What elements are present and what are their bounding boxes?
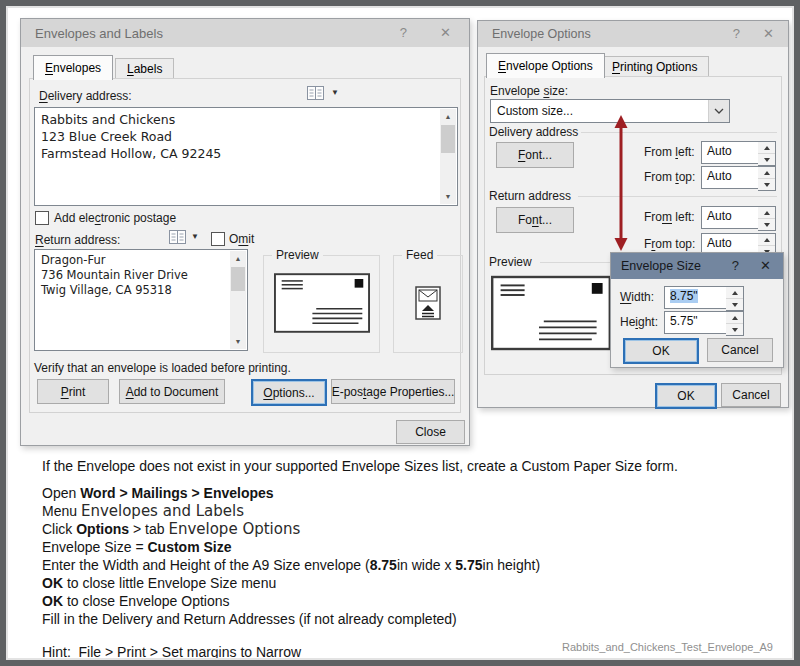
delivery-from-left-label: From left:	[644, 145, 695, 159]
help-icon[interactable]: ?	[732, 258, 739, 273]
instruction-line: Menu Envelopes and Labels	[42, 502, 766, 520]
return-scrollbar[interactable]: ▲ ▼	[230, 251, 246, 349]
spin-down-button[interactable]	[758, 219, 775, 230]
spin-down-button[interactable]	[758, 154, 775, 165]
height-spinner	[726, 311, 744, 336]
delivery-from-top-field[interactable]: Auto	[701, 166, 760, 189]
help-icon[interactable]: ?	[400, 25, 407, 40]
height-value: 5.75"	[665, 312, 727, 333]
spin-up-button[interactable]	[758, 167, 775, 179]
feed-group: Feed	[393, 255, 463, 353]
add-to-document-button[interactable]: Add to Document	[119, 379, 225, 404]
spin-down-button[interactable]	[758, 179, 775, 190]
tab-printing-options[interactable]: Printing Options	[600, 56, 709, 78]
tab-envelopes[interactable]: Envelopes	[33, 55, 113, 80]
dialog3-title: Envelope Size	[621, 259, 701, 273]
delivery-address-label: Delivery address:	[39, 89, 132, 103]
delivery-address-text: Rabbits and Chickens 123 Blue Creek Road…	[41, 111, 437, 162]
envelope-size-label: Envelope size:	[490, 84, 568, 98]
instruction-line: Envelope Size = Custom Size	[42, 538, 766, 556]
chevron-down-icon[interactable]	[708, 100, 729, 122]
width-label: Width:	[620, 290, 654, 304]
delivery-address-group-label: Delivery address	[489, 125, 578, 139]
address-book-icon[interactable]	[168, 229, 187, 248]
ok-button[interactable]: OK	[655, 383, 717, 409]
instruction-line: Enter the Width and Height of the A9 Siz…	[42, 556, 766, 574]
return-font-button[interactable]: Font...	[496, 207, 574, 233]
annotation-arrow	[611, 114, 631, 252]
return-address-input[interactable]: Dragon-Fur 736 Mountain River Drive Twig…	[34, 249, 248, 351]
spin-up-button[interactable]	[726, 287, 743, 299]
spin-down-button[interactable]	[726, 324, 743, 335]
dialog1-titlebar[interactable]: Envelopes and Labels ? ✕	[21, 19, 469, 47]
preview-group: Preview	[263, 255, 380, 353]
height-field[interactable]: 5.75"	[664, 311, 728, 334]
envelope-size-select[interactable]: Custom size...	[490, 99, 730, 123]
instruction-line: Open Word > Mailings > Envelopes	[42, 484, 766, 502]
epostage-properties-button[interactable]: E-postage Properties...	[331, 379, 455, 404]
delivery-from-left-value: Auto	[702, 142, 759, 163]
height-label: Height:	[620, 315, 658, 329]
spin-down-button[interactable]	[726, 299, 743, 310]
verify-text: Verify that an envelope is loaded before…	[34, 361, 291, 375]
delivery-from-top-value: Auto	[702, 167, 759, 188]
return-from-left-spinner	[758, 206, 776, 231]
spin-up-button[interactable]	[758, 234, 775, 246]
dialog2-title: Envelope Options	[492, 27, 591, 41]
scroll-thumb[interactable]	[231, 267, 245, 291]
delivery-address-input[interactable]: Rabbits and Chickens 123 Blue Creek Road…	[34, 107, 458, 206]
instruction-line: OK to close Envelope Options	[42, 592, 766, 610]
scroll-down-icon[interactable]: ▼	[230, 334, 246, 349]
screenshot-root: Envelopes and Labels ? ✕ Envelopes Label…	[0, 0, 800, 666]
cancel-button[interactable]: Cancel	[721, 383, 781, 407]
options-button[interactable]: Options...	[251, 379, 327, 406]
dialog2-titlebar[interactable]: Envelope Options ? ✕	[478, 21, 788, 47]
return-from-left-field[interactable]: Auto	[701, 206, 760, 229]
delivery-from-left-field[interactable]: Auto	[701, 141, 760, 164]
close-icon[interactable]: ✕	[760, 258, 771, 273]
scroll-thumb[interactable]	[441, 125, 455, 153]
spin-up-button[interactable]	[726, 312, 743, 324]
add-epostage-label: Add electronic postage	[54, 211, 176, 225]
tab-envelope-options[interactable]: Envelope Options	[486, 53, 605, 78]
address-book-dropdown-icon[interactable]: ▼	[191, 232, 199, 241]
omit-checkbox[interactable]	[211, 232, 225, 246]
delivery-from-top-spinner	[758, 166, 776, 191]
spin-up-button[interactable]	[758, 142, 775, 154]
preview-label: Preview	[272, 248, 323, 262]
feed-label: Feed	[402, 248, 437, 262]
scroll-up-icon[interactable]: ▲	[440, 109, 456, 124]
return-from-top-label: From top:	[644, 237, 695, 251]
close-icon[interactable]: ✕	[440, 25, 451, 40]
cancel-button[interactable]: Cancel	[707, 338, 773, 362]
document-filename: Rabbits_and_Chickens_Test_Envelope_A9	[562, 641, 773, 653]
omit-label: Omit	[229, 232, 254, 246]
print-button[interactable]: Print	[37, 379, 109, 404]
return-address-text: Dragon-Fur 736 Mountain River Drive Twig…	[41, 253, 227, 298]
delivery-font-button[interactable]: Font...	[496, 142, 574, 168]
instruction-line: Fill in the Delivery and Return Addresse…	[42, 610, 766, 628]
ok-button[interactable]: OK	[623, 338, 699, 364]
instruction-line: OK to close little Envelope Size menu	[42, 574, 766, 592]
return-from-left-value: Auto	[702, 207, 759, 228]
scroll-down-icon[interactable]: ▼	[440, 189, 456, 204]
instruction-line: If the Envelope does not exist in your s…	[42, 457, 766, 475]
dialog3-titlebar[interactable]: Envelope Size ? ✕	[611, 253, 783, 279]
tab-labels[interactable]: Labels	[115, 58, 174, 80]
return-from-left-label: From left:	[644, 210, 695, 224]
scroll-up-icon[interactable]: ▲	[230, 251, 246, 266]
envelope-size-value: Custom size...	[491, 104, 708, 118]
delivery-scrollbar[interactable]: ▲ ▼	[440, 109, 456, 204]
dialog-envelopes-and-labels: Envelopes and Labels ? ✕ Envelopes Label…	[20, 18, 470, 446]
instructions-block: If the Envelope does not exist in your s…	[42, 457, 766, 661]
envelope-preview-icon	[491, 275, 611, 354]
close-icon[interactable]: ✕	[763, 26, 774, 41]
close-button[interactable]: Close	[396, 420, 465, 444]
help-icon[interactable]: ?	[733, 26, 740, 41]
address-book-icon[interactable]	[306, 85, 325, 104]
spin-up-button[interactable]	[758, 207, 775, 219]
feed-icon	[413, 282, 443, 327]
address-book-dropdown-icon[interactable]: ▼	[331, 88, 339, 97]
add-epostage-checkbox[interactable]	[35, 211, 49, 225]
width-field[interactable]: 8.75"	[664, 286, 728, 309]
